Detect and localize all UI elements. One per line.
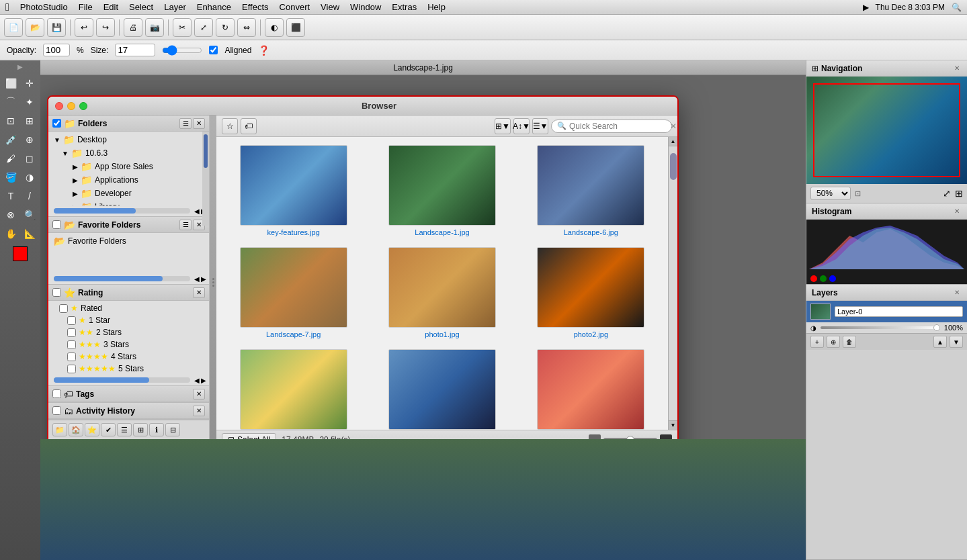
toolbar-rotate[interactable]: ↻ <box>216 18 235 37</box>
tool-fill[interactable]: 🪣 <box>2 169 19 186</box>
tree-item-applications[interactable]: ▶ 📁 Applications <box>48 173 209 187</box>
search-input[interactable] <box>569 122 670 131</box>
fav-scroll-right[interactable]: ▶ <box>201 275 206 283</box>
panel-btn-list[interactable]: ☰ <box>117 423 132 436</box>
layers-panel-close[interactable]: ✕ <box>952 288 962 297</box>
nav-selection-rect[interactable] <box>813 83 960 177</box>
menu-enhance[interactable]: Enhance <box>197 2 231 12</box>
tool-transform[interactable]: ⊞ <box>21 112 38 130</box>
tool-magic-wand[interactable]: ✦ <box>21 93 38 111</box>
file-item[interactable]: photo1.jpg <box>370 244 513 341</box>
menu-edit[interactable]: Edit <box>103 2 118 12</box>
rated-checkbox[interactable] <box>59 304 68 313</box>
zoom-select[interactable]: 50% 25% 75% 100% <box>810 187 851 200</box>
minimize-traffic-light[interactable] <box>67 102 75 110</box>
tool-brush[interactable]: 🖌 <box>2 150 19 167</box>
menu-convert[interactable]: Convert <box>280 2 310 12</box>
1star-checkbox[interactable] <box>67 316 76 325</box>
folder-hscrollbar[interactable] <box>51 207 193 215</box>
rating-checkbox[interactable] <box>52 288 61 297</box>
tree-item-fav-folders[interactable]: 📂 Favorite Folders <box>48 234 209 248</box>
file-item[interactable]: photo3.jpg <box>222 346 365 430</box>
layer-name-input[interactable] <box>835 306 963 317</box>
tool-heal[interactable]: ⊕ <box>21 131 38 148</box>
3star-checkbox[interactable] <box>67 340 76 349</box>
tool-crop[interactable]: ⊡ <box>2 112 19 130</box>
scroll-up-btn[interactable]: ▲ <box>669 137 677 146</box>
folder-close[interactable]: ✕ <box>193 118 205 129</box>
folder-action-list[interactable]: ☰ <box>179 118 192 129</box>
search-menu-icon[interactable]: 🔍 <box>952 3 962 12</box>
tree-item-3star[interactable]: ★★★ 3 Stars <box>48 338 209 351</box>
panel-btn-folder[interactable]: 📁 <box>52 423 67 436</box>
opacity-track[interactable] <box>821 326 940 329</box>
5star-checkbox[interactable] <box>67 365 76 373</box>
panel-divider[interactable] <box>210 115 216 449</box>
tags-checkbox[interactable] <box>52 389 61 398</box>
tool-gradient[interactable]: ◑ <box>21 169 38 186</box>
panel-btn-grid[interactable]: ⊞ <box>133 423 148 436</box>
layer-item[interactable] <box>806 301 967 322</box>
browser-list-view-btn[interactable]: ☰▼ <box>532 118 548 134</box>
tree-item-10.6.3[interactable]: ▼ 📁 10.6.3 <box>48 146 209 160</box>
panel-btn-apps[interactable]: ⊟ <box>165 423 180 436</box>
tree-item-developer[interactable]: ▶ 📁 Developer <box>48 187 209 200</box>
canvas-content[interactable]: Browser 📁 Folders ☰ <box>40 75 806 560</box>
toolbar-redo[interactable]: ↪ <box>96 18 115 37</box>
tool-arrow[interactable]: ▶ <box>17 63 23 71</box>
menu-view[interactable]: View <box>321 2 339 12</box>
file-item[interactable]: photo2.jpg <box>519 244 663 341</box>
tool-move[interactable]: ✛ <box>21 75 38 92</box>
toolbar-new[interactable]: 📄 <box>4 18 23 37</box>
apple-menu[interactable]:  <box>5 1 9 13</box>
tool-pen[interactable]: / <box>21 187 38 205</box>
activity-checkbox[interactable] <box>52 406 61 415</box>
file-item[interactable]: Landscape-7.jpg <box>222 244 365 341</box>
layer-down-btn[interactable]: ▼ <box>950 336 963 348</box>
tool-eraser[interactable]: ◻ <box>21 150 38 167</box>
maximize-traffic-light[interactable] <box>79 102 87 110</box>
activity-close[interactable]: ✕ <box>193 406 205 416</box>
favorite-action-list[interactable]: ☰ <box>179 220 192 230</box>
nav-panel-close[interactable]: ✕ <box>952 64 962 73</box>
fav-scroll-left[interactable]: ◀ <box>194 275 200 283</box>
toolbar-crop[interactable]: ✂ <box>173 18 192 37</box>
tree-item-2star[interactable]: ★★ 2 Stars <box>48 326 209 338</box>
4star-checkbox[interactable] <box>67 353 76 361</box>
favorite-folders-header[interactable]: 📂 Favorite Folders ☰ ✕ <box>48 217 209 233</box>
fav-hscrollbar[interactable] <box>51 275 193 283</box>
nav-full-icon[interactable]: ⊞ <box>955 188 963 199</box>
file-item[interactable]: photo5.jpg <box>519 346 663 430</box>
activity-header[interactable]: 🗂 Activity History ✕ <box>48 403 209 419</box>
folders-checkbox[interactable] <box>52 119 61 128</box>
menu-effects[interactable]: Effects <box>242 2 269 12</box>
search-clear-icon[interactable]: ✕ <box>670 122 677 131</box>
histogram-panel-close[interactable]: ✕ <box>952 207 962 216</box>
rating-close[interactable]: ✕ <box>193 287 205 298</box>
menu-select[interactable]: Select <box>129 2 153 12</box>
menu-file[interactable]: File <box>79 2 93 12</box>
file-item[interactable]: Landscape-1.jpg <box>370 142 513 239</box>
browser-sort-btn[interactable]: A↕▼ <box>513 118 530 134</box>
toolbar-adjust[interactable]: ◐ <box>265 18 284 37</box>
2star-checkbox[interactable] <box>67 328 76 337</box>
help-icon[interactable]: ❓ <box>258 45 269 56</box>
toolbar-resize[interactable]: ⤢ <box>194 18 213 37</box>
browser-tag-btn[interactable]: 🏷 <box>241 118 257 134</box>
tags-header[interactable]: 🏷 Tags ✕ <box>48 386 209 402</box>
toolbar-camera[interactable]: 📷 <box>145 18 164 37</box>
tree-item-desktop[interactable]: ▼ 📁 Desktop <box>48 133 209 146</box>
scroll-down-btn[interactable]: ▼ <box>669 420 677 430</box>
favorite-checkbox[interactable] <box>52 220 61 229</box>
close-traffic-light[interactable] <box>55 102 63 110</box>
panel-btn-select[interactable]: ✔ <box>101 423 116 436</box>
file-item[interactable]: photo4.jpg <box>370 346 513 430</box>
rating-header[interactable]: ⭐ Rating ✕ <box>48 285 209 301</box>
tool-clone[interactable]: ⊗ <box>2 206 19 224</box>
tree-item-4star[interactable]: ★★★★ 4 Stars <box>48 351 209 363</box>
menu-window[interactable]: Window <box>350 2 381 12</box>
panel-btn-star[interactable]: ⭐ <box>85 423 99 436</box>
tool-select-rect[interactable]: ⬜ <box>2 75 19 92</box>
nav-fit-icon[interactable]: ⤢ <box>943 188 951 199</box>
layer-new-btn[interactable]: + <box>810 336 824 348</box>
